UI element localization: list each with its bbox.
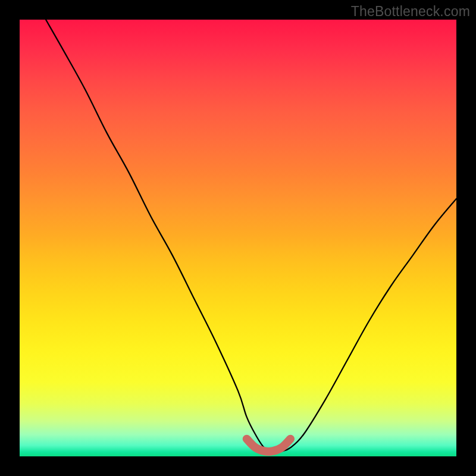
bottleneck-curve-line — [46, 20, 456, 452]
optimal-region-line — [247, 439, 290, 452]
chart-frame: TheBottleneck.com — [0, 0, 476, 476]
chart-plot-area — [20, 20, 456, 456]
chart-svg — [20, 20, 456, 456]
watermark-text: TheBottleneck.com — [351, 4, 470, 20]
